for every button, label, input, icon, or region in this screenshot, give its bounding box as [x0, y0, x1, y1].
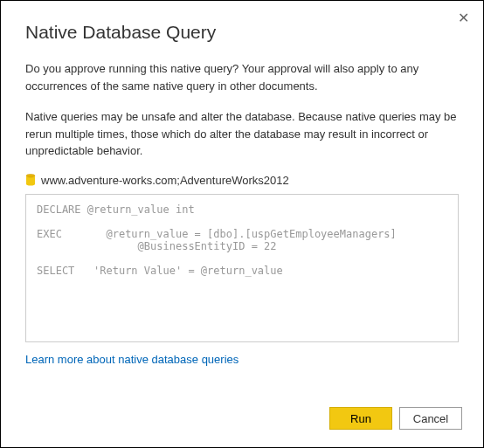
- dialog-content: Native Database Query Do you approve run…: [1, 1, 483, 377]
- close-icon: ✕: [458, 10, 469, 25]
- close-button[interactable]: ✕: [453, 8, 474, 29]
- warning-paragraph: Native queries may be unsafe and alter t…: [25, 108, 459, 160]
- dialog-title: Native Database Query: [25, 22, 459, 43]
- run-button[interactable]: Run: [329, 407, 392, 430]
- database-label: www.adventure-works.com;AdventureWorks20…: [41, 174, 289, 187]
- cancel-button[interactable]: Cancel: [399, 407, 462, 430]
- approval-paragraph: Do you approve running this native query…: [25, 60, 459, 94]
- database-row: www.adventure-works.com;AdventureWorks20…: [25, 174, 459, 187]
- database-icon: [25, 174, 36, 186]
- learn-more-link[interactable]: Learn more about native database queries: [25, 353, 239, 366]
- query-textbox[interactable]: DECLARE @return_value int EXEC @return_v…: [25, 194, 459, 342]
- button-row: Run Cancel: [329, 407, 462, 430]
